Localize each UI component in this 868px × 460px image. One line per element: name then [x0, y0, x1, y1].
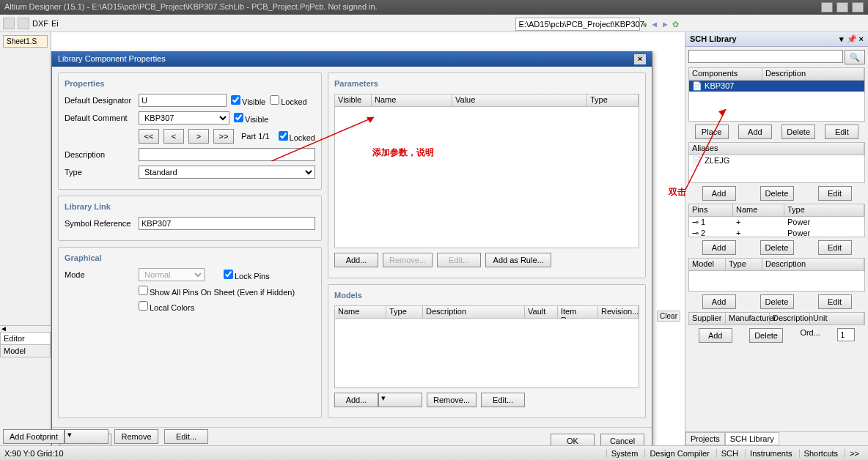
mcol-desc[interactable]: Description [423, 306, 525, 318]
models-list[interactable] [334, 319, 639, 388]
pin-delete-button[interactable]: Delete [760, 240, 794, 255]
maximize-icon[interactable]: ▢ [836, 2, 848, 12]
pin-row[interactable]: ⊸ 2+Power [689, 228, 864, 237]
pin-edit-button[interactable]: Edit [818, 240, 852, 255]
aliases-list[interactable]: 📄 ZLEJG [688, 155, 865, 183]
lockpins-check[interactable]: Lock Pins [224, 270, 270, 281]
symref-input[interactable] [139, 217, 315, 230]
rmodel-add-button[interactable]: Add [702, 294, 736, 309]
alias-delete-button[interactable]: Delete [760, 186, 794, 201]
alias-add-button[interactable]: Add [702, 186, 736, 201]
col-mtype[interactable]: Type [726, 259, 762, 270]
designator-input[interactable] [139, 94, 227, 107]
col-visible[interactable]: Visible [335, 94, 372, 106]
nav-next-button[interactable]: > [188, 129, 209, 144]
col-sdesc[interactable]: Description [770, 313, 810, 324]
param-edit-button[interactable]: Edit... [437, 253, 481, 267]
mcol-revision[interactable]: Revision... [598, 306, 639, 318]
dialog-titlebar[interactable]: Library Component Properties × [52, 52, 652, 67]
bottom-edit-button[interactable]: Edit... [164, 429, 208, 444]
nav-home-icon[interactable]: ● [643, 20, 648, 29]
panel-pin-icon[interactable]: ▾ 📌 × [839, 34, 864, 44]
mcol-itemrev[interactable]: Item Rev... [558, 306, 598, 318]
mcol-name[interactable]: Name [335, 306, 386, 318]
param-remove-button[interactable]: Remove... [383, 253, 433, 267]
tab-editor[interactable]: Editor [0, 332, 51, 345]
col-name[interactable]: Name [372, 94, 452, 106]
rmodel-delete-button[interactable]: Delete [760, 294, 794, 309]
supp-delete-button[interactable]: Delete [749, 328, 783, 343]
alias-edit-button[interactable]: Edit [818, 186, 852, 201]
status-shortcuts[interactable]: Shortcuts [799, 449, 842, 458]
new-icon[interactable] [18, 18, 29, 29]
col-mdesc[interactable]: Description [762, 259, 864, 270]
col-mfr[interactable]: Manufacturer [726, 313, 770, 324]
alias-item[interactable]: 📄 ZLEJG [689, 155, 864, 166]
pin-add-button[interactable]: Add [702, 240, 736, 255]
dxf-label[interactable]: DXF [32, 19, 48, 28]
mcol-vault[interactable]: Vault [525, 306, 558, 318]
nav-back-icon[interactable]: ◄ [650, 20, 658, 29]
doc-path[interactable]: E:\AD15\pcb\PCB_Project\KBP307. [515, 18, 640, 31]
ei-label[interactable]: Ei [51, 19, 59, 28]
part-locked-check[interactable]: Locked [279, 131, 315, 142]
comment-visible-check[interactable]: Visible [234, 113, 268, 124]
status-sch[interactable]: SCH [716, 449, 743, 458]
status-instruments[interactable]: Instruments [745, 449, 796, 458]
status-more[interactable]: >> [845, 449, 864, 458]
comp-edit-button[interactable]: Edit [825, 125, 858, 139]
nav-last-button[interactable]: >> [213, 129, 234, 144]
component-item-selected[interactable]: 📄 KBP307 [689, 81, 864, 92]
sheet-tab[interactable]: Sheet1.S [3, 35, 48, 48]
comment-select[interactable]: KBP307 [139, 111, 229, 125]
col-desc[interactable]: Description [762, 68, 864, 80]
col-pinname[interactable]: Name [733, 204, 784, 216]
param-add-button[interactable]: Add... [334, 253, 378, 267]
rmodel-edit-button[interactable]: Edit [818, 294, 852, 309]
bottom-remove-button[interactable]: Remove [114, 429, 158, 444]
parameters-list[interactable] [334, 107, 639, 248]
showallpins-check[interactable]: Show All Pins On Sheet (Even if Hidden) [139, 286, 295, 297]
nav-fwd-icon[interactable]: ► [661, 20, 669, 29]
pin-row[interactable]: ⊸ 1+Power [689, 217, 864, 228]
library-search-button[interactable]: 🔍 [845, 50, 865, 64]
comp-add-button[interactable]: Add [738, 125, 772, 139]
model-list[interactable] [688, 271, 865, 292]
status-system[interactable]: System [606, 449, 643, 458]
supp-add-button[interactable]: Add [699, 328, 732, 343]
model-add-button[interactable]: Add...▾ [334, 393, 422, 407]
nav-first-button[interactable]: << [139, 129, 159, 144]
mode-select[interactable]: Normal [139, 268, 205, 281]
designator-locked-check[interactable]: Locked [270, 95, 306, 106]
close-icon[interactable]: × [852, 2, 864, 12]
type-select[interactable]: Standard [139, 166, 315, 179]
clear-button[interactable]: Clear [657, 311, 680, 322]
ord-input[interactable] [837, 328, 855, 341]
description-input[interactable] [139, 148, 315, 161]
col-components[interactable]: Components [689, 68, 762, 80]
mcol-type[interactable]: Type [386, 306, 423, 318]
status-design-compiler[interactable]: Design Compiler [644, 449, 713, 458]
components-list[interactable]: 📄 KBP307 [688, 81, 865, 122]
model-edit-button[interactable]: Edit... [481, 393, 525, 407]
col-pintype[interactable]: Type [784, 204, 864, 216]
tab-sch-library[interactable]: SCH Library [725, 432, 779, 445]
tab-projects[interactable]: Projects [685, 432, 725, 445]
nav-prev-button[interactable]: < [163, 129, 184, 144]
col-unit[interactable]: Unit [810, 313, 864, 324]
aliases-heading[interactable]: Aliases [689, 143, 864, 155]
nav-menu-icon[interactable]: ✿ [672, 20, 679, 29]
library-search-input[interactable] [688, 50, 843, 63]
add-footprint-button[interactable]: Add Footprint▾ [3, 429, 108, 444]
param-addrule-button[interactable]: Add as Rule... [485, 253, 551, 267]
col-value[interactable]: Value [452, 94, 587, 106]
comp-place-button[interactable]: Place [695, 125, 729, 139]
dialog-close-icon[interactable]: × [634, 54, 646, 64]
localcolors-check[interactable]: Local Colors [139, 301, 194, 312]
col-model[interactable]: Model [689, 259, 726, 270]
model-remove-button[interactable]: Remove... [427, 393, 477, 407]
designator-visible-check[interactable]: Visible [231, 95, 265, 106]
col-supplier[interactable]: Supplier [689, 313, 726, 324]
tab-model[interactable]: Model [0, 344, 51, 357]
minimize-icon[interactable]: _ [821, 2, 833, 12]
